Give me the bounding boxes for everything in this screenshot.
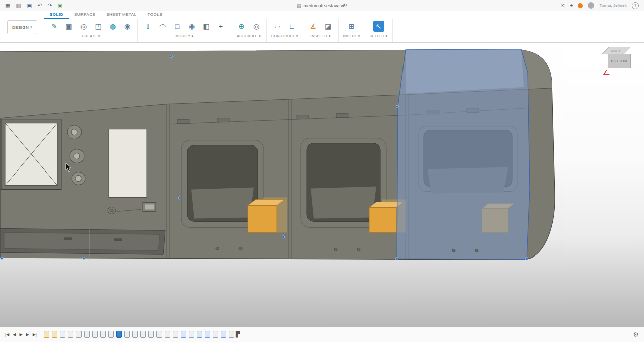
timeline-feature-1[interactable]: [52, 331, 57, 338]
group-modify: ⇧◠□◉◧+MODIFY ▾: [138, 19, 231, 42]
document-icon: ▤: [297, 3, 301, 8]
timeline-feature-0[interactable]: [44, 331, 49, 338]
timeline-feature-5[interactable]: [84, 331, 90, 338]
timeline-feature-19[interactable]: [197, 331, 202, 338]
close-document-icon[interactable]: ×: [561, 3, 565, 8]
group-dropdown-modify[interactable]: MODIFY ▾: [176, 34, 194, 38]
group-dropdown-insert[interactable]: INSERT ▾: [343, 34, 360, 38]
cylinder-primitive-icon[interactable]: ◎: [78, 21, 89, 32]
redo-icon[interactable]: ↷: [47, 3, 52, 8]
ribbon: DESIGN ▾ SOLIDSURFACESHEET METALTOOLS ✎▣…: [0, 11, 644, 43]
combine-icon[interactable]: ◉: [186, 21, 197, 32]
split-body-icon[interactable]: ◧: [201, 21, 212, 32]
coil-icon[interactable]: ◉: [122, 21, 133, 32]
tab-solid[interactable]: SOLID: [44, 12, 69, 19]
group-inspect: ∡◪INSPECT ▾: [303, 19, 339, 42]
timeline-feature-6[interactable]: [92, 331, 98, 338]
joint-icon[interactable]: ◎: [251, 21, 262, 32]
timeline-feature-7[interactable]: [100, 331, 106, 338]
group-assemble: ⊕◎ASSEMBLE ▾: [231, 19, 267, 42]
titlebar: ▦▥▣↶↷◉ ▤ medomat sestava v6* × + Tomas J…: [0, 0, 644, 11]
create-sketch-icon[interactable]: ✎: [49, 21, 60, 32]
notification-icon[interactable]: [578, 3, 583, 8]
timeline-feature-list: [44, 331, 234, 338]
chevron-down-icon: ▾: [30, 25, 32, 29]
timeline-feature-15[interactable]: [165, 331, 170, 338]
timeline-playback-controls: |◀◀▶▶▶|: [5, 332, 37, 337]
group-dropdown-create[interactable]: CREATE ▾: [82, 34, 100, 38]
go-to-end-button[interactable]: ▶|: [33, 332, 37, 337]
go-to-start-button[interactable]: |◀: [5, 332, 9, 337]
titlebar-right-icons: × + Tomas Jelinek ?: [561, 2, 639, 9]
timeline-feature-17[interactable]: [181, 331, 186, 338]
section-analysis-icon[interactable]: ◪: [323, 21, 334, 32]
capture-icon[interactable]: ◉: [58, 3, 63, 8]
timeline-feature-8[interactable]: [108, 331, 114, 338]
tab-surface[interactable]: SURFACE: [69, 12, 101, 19]
timeline-end-marker[interactable]: ▛: [236, 331, 240, 338]
timeline-feature-9[interactable]: [116, 331, 122, 338]
insert-icon[interactable]: ⊞: [346, 21, 357, 32]
document-title: medomat sestava v6*: [303, 3, 347, 8]
tab-sheet-metal[interactable]: SHEET METAL: [101, 12, 142, 19]
timeline-feature-21[interactable]: [213, 331, 218, 338]
ribbon-tabs: SOLIDSURFACESHEET METALTOOLS: [44, 11, 644, 19]
group-dropdown-construct[interactable]: CONSTRUCT ▾: [271, 34, 298, 38]
new-component-icon[interactable]: ⊕: [236, 21, 247, 32]
timeline-feature-20[interactable]: [205, 331, 210, 338]
timeline-feature-3[interactable]: [68, 331, 73, 338]
step-forward-button[interactable]: ▶: [26, 332, 29, 337]
box-primitive-icon[interactable]: ▣: [63, 21, 74, 32]
door-window-panel[interactable]: [109, 129, 147, 198]
design-label: DESIGN: [12, 25, 29, 30]
bottom-tray[interactable]: [0, 228, 165, 254]
app-grid-icon[interactable]: ▦: [5, 3, 10, 8]
offset-plane-icon[interactable]: ▱: [272, 21, 283, 32]
timeline-feature-22[interactable]: [221, 331, 226, 338]
viewcube-face-bottom[interactable]: BOTTOM: [608, 54, 631, 68]
document-tab[interactable]: ▤ medomat sestava v6*: [297, 3, 347, 8]
select-icon[interactable]: ↖: [373, 21, 384, 32]
titlebar-left-icons: ▦▥▣↶↷◉: [5, 3, 62, 8]
viewcube[interactable]: BACK BOTTOM: [605, 47, 631, 75]
timeline-feature-23[interactable]: [229, 331, 234, 338]
design-workspace-selector[interactable]: DESIGN ▾: [7, 20, 37, 34]
avatar[interactable]: [588, 2, 594, 9]
move-icon[interactable]: +: [215, 21, 226, 32]
viewcube-face-back[interactable]: BACK: [602, 47, 631, 54]
group-create: ✎▣◎◳◍◉CREATE ▾: [44, 19, 138, 42]
fillet-icon[interactable]: ◠: [157, 21, 168, 32]
model-canvas[interactable]: [0, 43, 644, 327]
new-tab-icon[interactable]: +: [570, 3, 573, 8]
timeline-settings-gear-icon[interactable]: ⚙: [633, 331, 639, 338]
timeline-feature-18[interactable]: [189, 331, 194, 338]
group-dropdown-inspect[interactable]: INSPECT ▾: [311, 34, 331, 38]
axis-icon[interactable]: ∟: [286, 21, 297, 32]
extrude-icon[interactable]: ◳: [93, 21, 104, 32]
timeline-feature-4[interactable]: [76, 331, 82, 338]
selected-section[interactable]: [397, 49, 530, 259]
undo-icon[interactable]: ↶: [37, 3, 42, 8]
save-icon[interactable]: ▣: [27, 3, 32, 8]
step-back-button[interactable]: ◀: [13, 332, 16, 337]
help-icon[interactable]: ?: [632, 2, 639, 9]
timeline-feature-12[interactable]: [140, 331, 146, 338]
play-button[interactable]: ▶: [19, 332, 22, 337]
group-dropdown-assemble[interactable]: ASSEMBLE ▾: [237, 34, 261, 38]
highlighted-part-1[interactable]: [248, 197, 287, 232]
tab-tools[interactable]: TOOLS: [142, 12, 168, 19]
timeline-feature-16[interactable]: [173, 331, 178, 338]
timeline-feature-11[interactable]: [132, 331, 138, 338]
user-name[interactable]: Tomas Jelinek: [599, 3, 627, 8]
group-dropdown-select[interactable]: SELECT ▾: [370, 34, 388, 38]
sphere-primitive-icon[interactable]: ◍: [107, 21, 118, 32]
measure-icon[interactable]: ∡: [308, 21, 319, 32]
data-panel-icon[interactable]: ▥: [16, 3, 21, 8]
timeline-feature-10[interactable]: [124, 331, 130, 338]
timeline-feature-14[interactable]: [156, 331, 162, 338]
timeline-feature-13[interactable]: [148, 331, 154, 338]
press-pull-icon[interactable]: ⇧: [142, 21, 153, 32]
timeline-feature-2[interactable]: [60, 331, 65, 338]
shell-icon[interactable]: □: [172, 21, 183, 32]
viewport[interactable]: BACK BOTTOM: [0, 43, 644, 327]
